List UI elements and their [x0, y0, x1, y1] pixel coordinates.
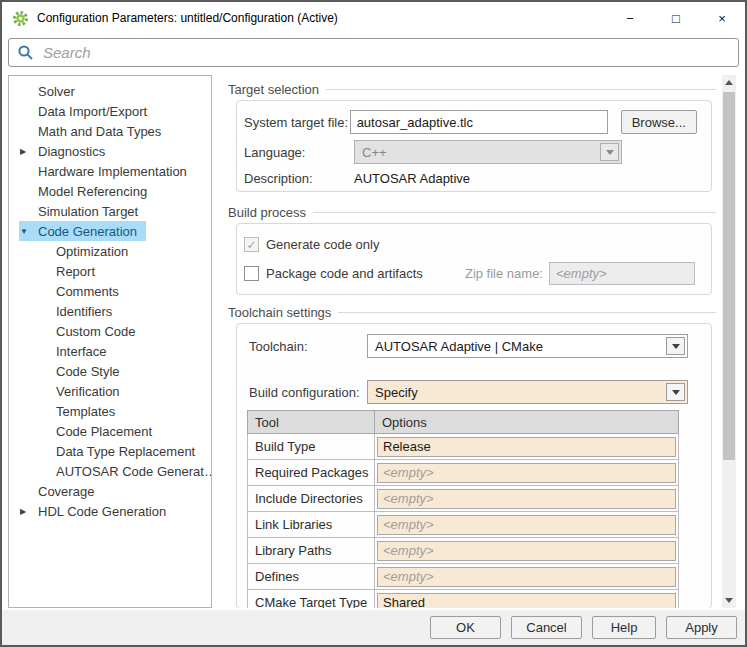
- options-cell: [375, 486, 679, 512]
- package-code-checkbox[interactable]: [244, 266, 259, 281]
- sidebar-item-data-import-export[interactable]: Data Import/Export: [9, 101, 211, 121]
- tree-item-content[interactable]: Simulation Target: [19, 201, 147, 221]
- sidebar-item-label: Diagnostics: [38, 144, 105, 159]
- sidebar-item-label: Comments: [56, 284, 119, 299]
- chevron-right-icon[interactable]: ▶: [19, 147, 38, 156]
- scroll-up-icon[interactable]: [722, 75, 736, 90]
- cancel-button[interactable]: Cancel: [511, 616, 582, 639]
- ok-button[interactable]: OK: [430, 616, 501, 639]
- minimize-button[interactable]: −: [607, 2, 653, 34]
- tree-item-content[interactable]: Hardware Implementation: [19, 161, 196, 181]
- zip-file-name-label: Zip file name:: [465, 266, 543, 281]
- sidebar-item-report[interactable]: Report: [9, 261, 211, 281]
- search-input[interactable]: [41, 40, 730, 66]
- tree-item-content[interactable]: Interface: [37, 341, 116, 361]
- sidebar-item-code-generation[interactable]: ▼Code Generation: [9, 221, 211, 241]
- toolchain-value: AUTOSAR Adaptive | CMake: [375, 339, 543, 354]
- group-title: Build process: [228, 205, 306, 220]
- tree-item-content[interactable]: Comments: [37, 281, 128, 301]
- main-panel: Target selection System target file: Bro…: [222, 75, 720, 608]
- tree-item-content[interactable]: Verification: [37, 381, 129, 401]
- sidebar-item-identifiers[interactable]: Identifiers: [9, 301, 211, 321]
- target-selection-group: System target file: Browse... Language: …: [236, 100, 712, 192]
- chevron-down-icon[interactable]: ▼: [19, 227, 38, 236]
- required-packages-option-input[interactable]: [377, 463, 676, 483]
- sidebar-item-simulation-target[interactable]: Simulation Target: [9, 201, 211, 221]
- tree-item-content[interactable]: Identifiers: [37, 301, 121, 321]
- language-dropdown: C++: [354, 140, 622, 164]
- table-header-options: Options: [375, 411, 679, 434]
- tree-item-content[interactable]: ▶HDL Code Generation: [19, 501, 175, 521]
- tree-item-content[interactable]: Report: [37, 261, 104, 281]
- sidebar-item-interface[interactable]: Interface: [9, 341, 211, 361]
- chevron-down-icon: [666, 337, 685, 355]
- tree-item-content[interactable]: Model Referencing: [19, 181, 156, 201]
- sidebar-item-solver[interactable]: Solver: [9, 81, 211, 101]
- tree-item-content[interactable]: Optimization: [37, 241, 137, 261]
- sidebar-item-verification[interactable]: Verification: [9, 381, 211, 401]
- sidebar-item-data-type-replacement[interactable]: Data Type Replacement: [9, 441, 211, 461]
- link-libraries-option-input[interactable]: [377, 515, 676, 535]
- cmake-target-type-option-input[interactable]: [377, 593, 676, 609]
- sidebar-item-diagnostics[interactable]: ▶Diagnostics: [9, 141, 211, 161]
- check-icon: ✓: [246, 239, 256, 251]
- table-row-cmake-target-type: CMake Target Type: [248, 590, 679, 609]
- tree-item-content[interactable]: AUTOSAR Code Generat…: [37, 461, 212, 481]
- build-configuration-dropdown[interactable]: Specify: [367, 380, 688, 404]
- options-cell: [375, 460, 679, 486]
- description-label: Description:: [244, 171, 354, 186]
- tool-name-cell: CMake Target Type: [248, 590, 375, 609]
- sidebar-item-label: Interface: [56, 344, 107, 359]
- browse-button[interactable]: Browse...: [621, 110, 697, 134]
- chevron-right-icon[interactable]: ▶: [19, 507, 38, 516]
- tree-item-content[interactable]: Solver: [19, 81, 84, 101]
- tree-item-content[interactable]: Coverage: [19, 481, 103, 501]
- defines-option-input[interactable]: [377, 567, 676, 587]
- scrollbar-thumb[interactable]: [723, 92, 735, 460]
- tree-item-content[interactable]: Templates: [37, 401, 124, 421]
- system-target-file-input[interactable]: [350, 110, 608, 134]
- include-directories-option-input[interactable]: [377, 489, 676, 509]
- group-title: Target selection: [228, 82, 319, 97]
- configuration-parameters-dialog: Configuration Parameters: untitled/Confi…: [0, 0, 747, 647]
- sidebar-item-label: Data Import/Export: [38, 104, 147, 119]
- tree-item-content[interactable]: ▼Code Generation: [19, 221, 146, 241]
- sidebar-item-model-referencing[interactable]: Model Referencing: [9, 181, 211, 201]
- sidebar-item-label: Coverage: [38, 484, 94, 499]
- library-paths-option-input[interactable]: [377, 541, 676, 561]
- build-type-option-input[interactable]: [377, 437, 676, 457]
- help-button[interactable]: Help: [592, 616, 656, 639]
- sidebar-item-math-and-data-types[interactable]: Math and Data Types: [9, 121, 211, 141]
- toolchain-options-table: ToolOptions Build TypeRequired PackagesI…: [247, 410, 679, 608]
- sidebar-item-comments[interactable]: Comments: [9, 281, 211, 301]
- tree-item-content[interactable]: ▶Diagnostics: [19, 141, 114, 161]
- tree-item-content[interactable]: Data Type Replacement: [37, 441, 204, 461]
- sidebar-item-coverage[interactable]: Coverage: [9, 481, 211, 501]
- sidebar-item-hardware-implementation[interactable]: Hardware Implementation: [9, 161, 211, 181]
- sidebar-item-templates[interactable]: Templates: [9, 401, 211, 421]
- sidebar-item-hdl-code-generation[interactable]: ▶HDL Code Generation: [9, 501, 211, 521]
- sidebar-item-code-style[interactable]: Code Style: [9, 361, 211, 381]
- sidebar-item-custom-code[interactable]: Custom Code: [9, 321, 211, 341]
- toolchain-settings-heading: Toolchain settings: [228, 303, 716, 321]
- tree-item-content[interactable]: Code Placement: [37, 421, 161, 441]
- tree-item-content[interactable]: Custom Code: [37, 321, 144, 341]
- tree-item-content[interactable]: Code Style: [37, 361, 129, 381]
- tree-item-content[interactable]: Data Import/Export: [19, 101, 156, 121]
- toolchain-dropdown[interactable]: AUTOSAR Adaptive | CMake: [367, 334, 688, 358]
- vertical-scrollbar[interactable]: [722, 75, 736, 608]
- maximize-button[interactable]: □: [653, 2, 699, 34]
- table-row-required-packages: Required Packages: [248, 460, 679, 486]
- options-cell: [375, 434, 679, 460]
- close-button[interactable]: ×: [699, 2, 745, 34]
- sidebar-item-autosar-code-generat[interactable]: AUTOSAR Code Generat…: [9, 461, 211, 481]
- sidebar-item-code-placement[interactable]: Code Placement: [9, 421, 211, 441]
- sidebar-item-label: Code Style: [56, 364, 120, 379]
- config-tree: SolverData Import/ExportMath and Data Ty…: [8, 75, 212, 608]
- scroll-down-icon[interactable]: [722, 593, 736, 608]
- tree-item-content[interactable]: Math and Data Types: [19, 121, 170, 141]
- apply-button[interactable]: Apply: [666, 616, 737, 639]
- group-title: Toolchain settings: [228, 305, 331, 320]
- sidebar-item-optimization[interactable]: Optimization: [9, 241, 211, 261]
- sidebar-item-label: Verification: [56, 384, 120, 399]
